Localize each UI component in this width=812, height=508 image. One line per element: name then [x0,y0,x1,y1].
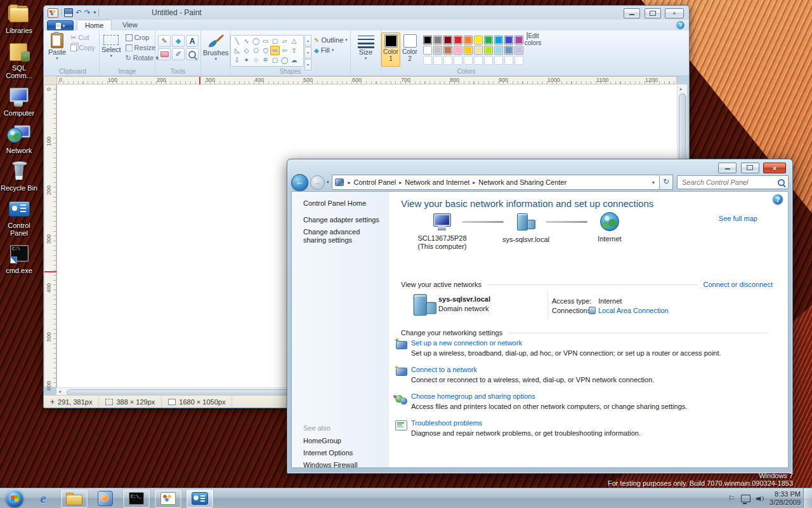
help-icon[interactable]: ? [676,21,684,29]
qat-customize-icon[interactable]: ▾ [93,10,96,15]
sidebar-task-link[interactable]: Change advanced sharing settings [303,228,382,244]
desktop-icon-control-panel[interactable]: Control Panel [0,197,38,237]
paint-titlebar[interactable]: ↶ ↷ ▾ Untitled - Paint × [44,6,689,20]
color-picker-tool[interactable]: ✐ [172,48,185,60]
shape-3[interactable]: ▭ [261,36,270,46]
taskbar-button-windows-explorer[interactable] [61,490,88,508]
breadcrumb-segment[interactable]: Network and Internet [405,178,469,186]
desktop-icon-network[interactable]: Network [0,123,38,154]
shape-15[interactable]: ✦ [242,55,251,65]
color-swatch[interactable] [423,36,432,44]
minimize-button[interactable] [718,163,737,173]
shape-5[interactable]: ▱ [280,36,289,46]
empty-color-slot[interactable] [494,56,503,65]
taskbar-button-paint[interactable] [155,490,181,508]
breadcrumb-chevron-icon[interactable]: ▸ [469,180,478,185]
color-swatch[interactable] [484,36,493,44]
search-input[interactable] [681,178,778,187]
map-node-network[interactable]: sys-sqlsvr.local [497,213,554,244]
desktop-icon-sql-comm[interactable]: SQL Comm... [0,40,38,79]
address-dropdown-icon[interactable]: ▾ [650,180,657,185]
cut-button[interactable]: ✂Cut [69,32,96,43]
empty-color-slot[interactable] [454,56,462,65]
back-button[interactable]: ← [291,174,308,191]
fill-bucket-tool[interactable]: ◆ [172,35,185,47]
scroll-up-icon[interactable]: ▴ [679,85,682,93]
sidebar-item-control-panel-home[interactable]: Control Panel Home [303,199,366,207]
undo-icon[interactable]: ↶ [75,9,82,17]
color-swatch[interactable] [504,46,513,55]
shape-18[interactable]: ▢ [270,55,280,65]
color-swatch[interactable] [514,46,523,55]
see-also-link[interactable]: Internet Options [303,449,382,457]
color-swatch[interactable] [443,36,452,44]
taskbar-button-control-panel[interactable] [187,490,213,508]
see-also-link[interactable]: Windows Firewall [303,461,382,468]
color-swatch[interactable] [433,46,442,55]
task-title-link[interactable]: Connect to a network [411,366,773,373]
color-swatch[interactable] [474,46,483,55]
empty-color-slot[interactable] [514,56,523,65]
shape-1[interactable]: ∿ [242,36,251,46]
color-swatch[interactable] [494,46,503,55]
forward-button[interactable]: → [310,175,325,190]
shape-7[interactable]: ◺ [232,46,242,55]
save-icon[interactable] [64,8,73,17]
pencil-tool[interactable]: ✎ [158,35,171,47]
see-also-link[interactable]: HomeGroup [303,437,382,444]
taskbar-button-windows-media-player[interactable] [93,490,118,507]
shape-19[interactable]: ◯ [280,55,289,65]
color-swatch[interactable] [474,36,483,44]
recent-pages-icon[interactable]: ▾ [327,180,329,185]
magnifier-tool[interactable] [186,48,199,60]
color-swatch[interactable] [454,36,462,44]
redo-icon[interactable]: ↷ [84,9,91,17]
text-tool[interactable]: A [186,35,199,47]
network-status-icon[interactable] [741,495,750,502]
empty-color-slot[interactable] [423,56,432,65]
color-swatch[interactable] [433,36,442,44]
clock[interactable]: 8:33 PM 3/28/2009 [769,490,801,507]
networking-task[interactable]: Connect to a networkConnect or reconnect… [411,366,773,384]
map-node-this-computer[interactable]: SCL1367J5P28(This computer) [414,213,471,251]
desktop-icon-cmd[interactable]: C:\cmd.exe [0,243,38,274]
paint-app-icon[interactable] [48,8,58,18]
minimize-button[interactable] [624,8,640,18]
desktop-icon-recycle-bin[interactable]: Recycle Bin [0,160,38,192]
scroll-down-icon[interactable]: ▾ [304,47,311,58]
color1-button[interactable]: Color1 [381,32,400,67]
task-title-link[interactable]: Troubleshoot problems [411,419,773,427]
size-button[interactable]: Size▾ [356,32,376,62]
task-title-link[interactable]: Choose homegroup and sharing options [411,392,773,400]
empty-color-slot[interactable] [443,56,452,65]
shape-11-selected[interactable]: ⇨ [270,46,280,55]
copy-button[interactable]: Copy [69,43,96,53]
shape-10[interactable]: ⬡ [261,46,270,55]
maximize-button[interactable] [645,8,661,18]
taskbar-button-command-prompt[interactable] [123,490,150,508]
color-swatch[interactable] [464,36,473,44]
shape-0[interactable]: ╲ [232,36,242,46]
show-desktop-button[interactable] [803,488,812,508]
networking-task[interactable]: Set up a new connection or networkSet up… [411,339,773,357]
search-box[interactable] [677,175,789,189]
search-icon[interactable] [778,179,785,186]
refresh-icon[interactable]: ↻ [660,175,673,190]
local-area-connection-link[interactable]: Local Area Connection [598,307,669,314]
shape-6[interactable]: △ [289,36,299,46]
connect-disconnect-link[interactable]: Connect or disconnect [704,281,773,288]
see-full-map-link[interactable]: See full map [719,215,757,222]
scroll-up-icon[interactable]: ▴ [304,35,311,46]
map-node-internet[interactable]: Internet [581,212,638,243]
empty-color-slot[interactable] [504,56,513,65]
color-swatch[interactable] [464,46,473,55]
breadcrumb-segment[interactable]: Control Panel [354,178,396,186]
brushes-button[interactable]: Brushes▾ [201,32,230,62]
breadcrumb-segment[interactable]: Network and Sharing Center [478,178,566,186]
shape-2[interactable]: ◯ [251,36,261,46]
action-center-flag-icon[interactable]: ⚐ [728,494,735,504]
shape-9[interactable]: ⬠ [251,46,261,55]
color-swatch[interactable] [494,36,503,44]
paint-menu-button[interactable]: ▾ [47,20,74,31]
breadcrumb-chevron-icon[interactable]: ▸ [345,180,354,185]
